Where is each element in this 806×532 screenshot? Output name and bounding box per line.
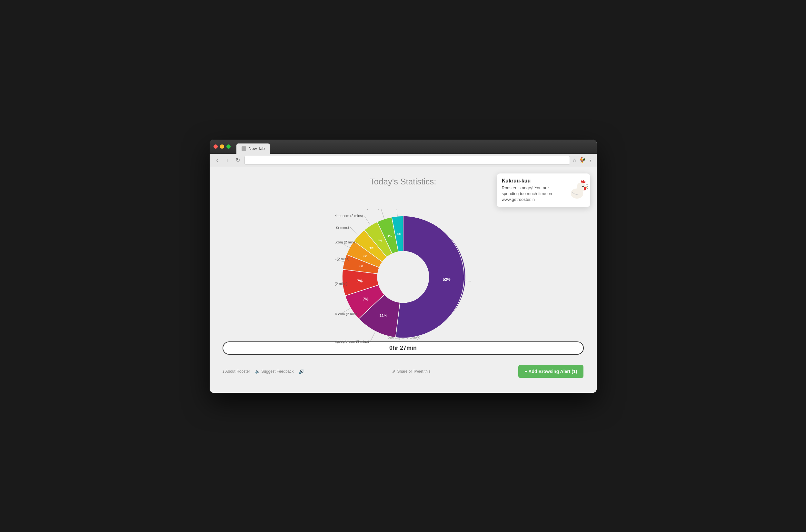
svg-point-4 (584, 187, 586, 191)
back-button[interactable]: ‹ (213, 156, 221, 164)
feedback-icon: 🔈 (255, 369, 260, 374)
rooster-extension-icon[interactable]: 🐓 (579, 156, 586, 164)
active-tab[interactable]: New Tab (237, 144, 270, 154)
refresh-button[interactable]: ↻ (234, 156, 242, 164)
minimize-button[interactable] (220, 145, 224, 149)
traffic-lights (213, 145, 231, 149)
share-icon: ⇗ (392, 369, 396, 374)
add-browsing-alert-button[interactable]: + Add Browsing Alert (1) (518, 365, 584, 378)
volume-icon[interactable]: 🔊 (299, 369, 304, 374)
tab-title: New Tab (249, 146, 265, 151)
omnibar-actions: ☆ 🐓 ⋮ (573, 156, 593, 164)
notification-title: Kukruu-kuu (502, 178, 562, 184)
about-rooster-link[interactable]: ℹ About Rooster (223, 369, 250, 374)
maximize-button[interactable] (226, 145, 231, 149)
address-bar[interactable] (244, 156, 570, 165)
svg-point-2 (582, 185, 584, 187)
percent-labels (335, 209, 471, 345)
suggest-feedback-link[interactable]: 🔈 Suggest Feedback (255, 369, 294, 374)
svg-point-3 (583, 186, 584, 186)
close-button[interactable] (213, 145, 218, 149)
omnibar: ‹ › ↻ ☆ 🐓 ⋮ (210, 154, 597, 167)
forward-button[interactable]: › (224, 156, 231, 164)
tab-favicon (242, 146, 246, 151)
bookmark-icon[interactable]: ☆ (573, 158, 577, 163)
title-bar: New Tab (210, 139, 597, 154)
mac-window: New Tab ‹ › ↻ ☆ 🐓 ⋮ Today's Statistics: … (210, 139, 597, 393)
page-content: Today's Statistics: Kukruu-kuu Rooster i… (210, 167, 597, 393)
share-tweet-button[interactable]: ⇗ Share or Tweet this (392, 369, 430, 374)
menu-icon[interactable]: ⋮ (588, 158, 593, 163)
info-icon: ℹ (223, 369, 224, 374)
chart-area: 52%11%7%7%4%4%4%4%4%3%mail.google.com (1… (223, 193, 584, 361)
tab-bar: New Tab (237, 139, 270, 154)
footer-left: ℹ About Rooster 🔈 Suggest Feedback 🔊 (223, 369, 304, 374)
footer: ℹ About Rooster 🔈 Suggest Feedback 🔊 ⇗ S… (223, 361, 584, 378)
